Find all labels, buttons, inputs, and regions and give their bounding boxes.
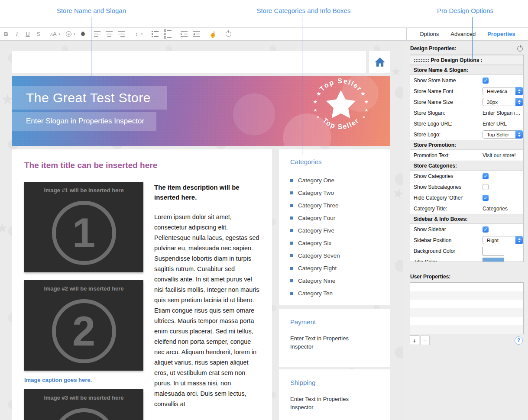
strikethrough-icon[interactable]: S bbox=[36, 31, 41, 37]
home-icon bbox=[374, 57, 385, 67]
checkbox-unchecked[interactable] bbox=[483, 184, 489, 190]
user-property-row[interactable] bbox=[410, 308, 523, 317]
payment-info-box: Payment Enter Text in Properties Inspect… bbox=[279, 309, 390, 367]
badge-star-icon: ★ bbox=[364, 99, 369, 104]
item-description-heading: The item description will be inserted he… bbox=[154, 182, 260, 202]
props-row: Store Logo URL:Enter URL bbox=[410, 118, 523, 129]
user-property-row[interactable] bbox=[410, 291, 523, 300]
annotation-line bbox=[472, 17, 473, 60]
numbered-list-icon[interactable] bbox=[164, 29, 172, 39]
store-name-box[interactable]: The Great Test Store bbox=[12, 86, 167, 110]
line-height-icon[interactable]: ↕ bbox=[134, 32, 139, 37]
store-banner: The Great Test Store Enter Slogan in Pro… bbox=[12, 76, 390, 146]
props-row: Store Name FontHelvetica bbox=[410, 86, 523, 97]
toolbar-row: B I U S AA ▾ F ▾ ↕ ▾ bbox=[0, 27, 528, 41]
remove-property-button[interactable]: − bbox=[420, 336, 430, 345]
user-property-row[interactable] bbox=[410, 300, 523, 308]
reset-properties-icon[interactable] bbox=[517, 46, 523, 52]
image-number-circle: 2 bbox=[52, 299, 116, 363]
category-item[interactable]: Category Six bbox=[290, 237, 379, 249]
font-family-icon[interactable]: F bbox=[66, 31, 71, 37]
store-designer-app: Store Name and Slogan Store Categories a… bbox=[0, 0, 528, 420]
shipping-info-box: Shipping Enter Text in Properties Inspec… bbox=[279, 369, 390, 420]
category-item[interactable]: Category One bbox=[290, 174, 379, 187]
bullet-list-icon[interactable] bbox=[152, 31, 159, 37]
category-item[interactable]: Category Ten bbox=[290, 287, 379, 300]
color-swatch[interactable] bbox=[483, 258, 504, 262]
outdent-icon[interactable] bbox=[193, 31, 200, 37]
top-seller-badge: Top Seller Top Seller ★ ★ ★ ★ ★ ★ ★ ★ bbox=[308, 73, 373, 138]
checkbox-checked[interactable]: ✓ bbox=[483, 173, 489, 179]
stepper-arrows-icon[interactable] bbox=[515, 130, 523, 139]
badge-star-icon: ★ bbox=[365, 108, 369, 113]
select-dropdown[interactable]: 30px bbox=[483, 98, 523, 106]
props-label: Store Name Size bbox=[414, 99, 483, 105]
design-properties-list: ::::::::: Pro Design Options :::::::::St… bbox=[410, 55, 524, 262]
category-item[interactable]: Category Two bbox=[290, 187, 379, 199]
store-nav-bar bbox=[12, 51, 366, 73]
user-property-row[interactable] bbox=[410, 283, 523, 291]
category-item[interactable]: Category Nine bbox=[290, 275, 379, 287]
category-label: Category One bbox=[298, 177, 334, 184]
font-size-icon[interactable]: AA bbox=[50, 31, 57, 37]
item-images-column: Image #1 will be inserted here1Image #2 … bbox=[24, 182, 143, 420]
stepper-arrows-icon[interactable] bbox=[515, 236, 523, 244]
props-value: Categories bbox=[483, 206, 508, 212]
select-dropdown[interactable]: Right bbox=[483, 236, 523, 244]
category-item[interactable]: Category Seven bbox=[290, 249, 379, 262]
category-label: Category Eight bbox=[298, 265, 337, 271]
props-label: Store Categories: bbox=[414, 163, 483, 169]
select-dropdown[interactable]: Top Seller bbox=[483, 130, 523, 139]
item-description-column: The item description will be inserted he… bbox=[154, 182, 260, 420]
category-item[interactable]: Category Five bbox=[290, 224, 379, 237]
checkbox-checked[interactable]: ✓ bbox=[483, 78, 489, 84]
color-swatch[interactable] bbox=[483, 247, 504, 255]
props-label: Store Logo: bbox=[414, 132, 483, 138]
align-left-icon[interactable] bbox=[94, 31, 100, 37]
decorative-star: ★ bbox=[391, 66, 401, 77]
indent-icon[interactable] bbox=[181, 31, 188, 37]
badge-star-icon: ★ bbox=[314, 108, 317, 113]
help-button[interactable]: ? bbox=[515, 336, 523, 345]
image-placeholder: Image #1 will be inserted here1 bbox=[24, 182, 143, 272]
category-item[interactable]: Category Three bbox=[290, 199, 379, 212]
bullet-square-icon bbox=[290, 254, 293, 257]
user-property-row[interactable] bbox=[410, 325, 523, 334]
store-slogan: Enter Slogan in Properties Inspector bbox=[12, 117, 144, 126]
tab-options[interactable]: Options bbox=[420, 31, 439, 37]
checkbox-checked[interactable]: ✓ bbox=[483, 226, 489, 233]
italic-icon[interactable]: I bbox=[14, 31, 19, 37]
store-preview-area: ★ ★ ★ ★ ★ The Great Test Store Enter Slo… bbox=[0, 41, 403, 420]
category-item[interactable]: Category Four bbox=[290, 212, 379, 224]
add-property-button[interactable]: + bbox=[410, 336, 419, 345]
checkbox-checked[interactable]: ✓ bbox=[483, 195, 489, 201]
text-color-droplet-icon[interactable] bbox=[80, 31, 86, 37]
payment-text: Enter Text in Properties Inspector bbox=[290, 334, 364, 351]
bold-icon[interactable]: B bbox=[3, 31, 9, 37]
home-button[interactable] bbox=[369, 51, 390, 73]
store-slogan-box[interactable]: Enter Slogan in Properties Inspector bbox=[12, 112, 156, 131]
user-properties-title: User Properties: bbox=[410, 274, 528, 280]
props-label: Store Name Font bbox=[414, 88, 483, 94]
image-placeholder-label: Image #1 will be inserted here bbox=[24, 182, 143, 194]
select-value: Top Seller bbox=[483, 132, 515, 137]
user-property-row[interactable] bbox=[410, 317, 523, 326]
image-number-circle: 1 bbox=[52, 201, 116, 265]
image-caption: Image caption goes here. bbox=[24, 377, 143, 383]
props-label: Promotion Text: bbox=[414, 152, 483, 158]
align-right-icon[interactable] bbox=[118, 31, 125, 37]
store-name: The Great Test Store bbox=[12, 90, 151, 105]
image-placeholder: Image #3 will be inserted here3 bbox=[24, 389, 143, 420]
select-dropdown[interactable]: Helvetica bbox=[483, 87, 523, 95]
category-item[interactable]: Category Eight bbox=[290, 262, 379, 275]
stepper-arrows-icon[interactable] bbox=[515, 87, 523, 95]
props-row: Show Subcategories bbox=[410, 181, 523, 192]
item-description-body: Lorem ipsum dolor sit amet, consectetur … bbox=[154, 212, 260, 409]
reset-power-icon[interactable] bbox=[226, 31, 231, 37]
stepper-arrows-icon[interactable] bbox=[515, 98, 523, 106]
underline-icon[interactable]: U bbox=[25, 31, 30, 37]
align-center-icon[interactable] bbox=[106, 31, 113, 37]
tab-properties[interactable]: Properties bbox=[487, 31, 515, 37]
chevron-down-icon: ▾ bbox=[141, 32, 143, 36]
hand-pointer-icon[interactable]: ☝ bbox=[209, 31, 217, 37]
